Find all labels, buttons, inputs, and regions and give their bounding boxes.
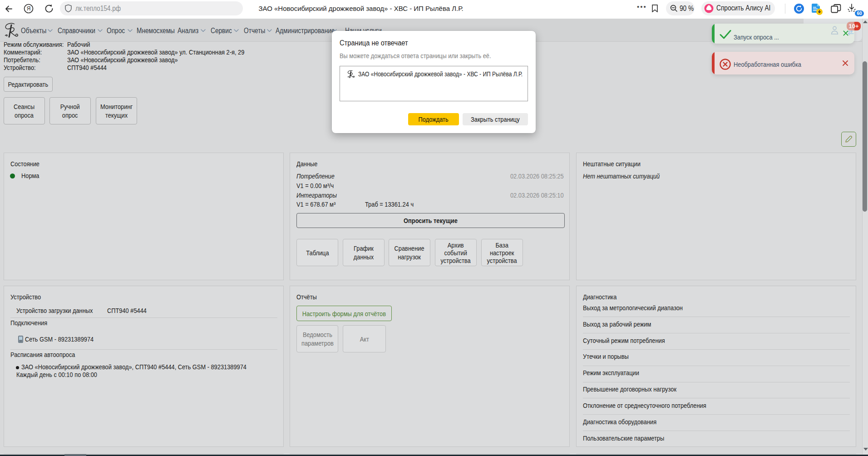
svg-text:Я: Я	[27, 5, 31, 12]
